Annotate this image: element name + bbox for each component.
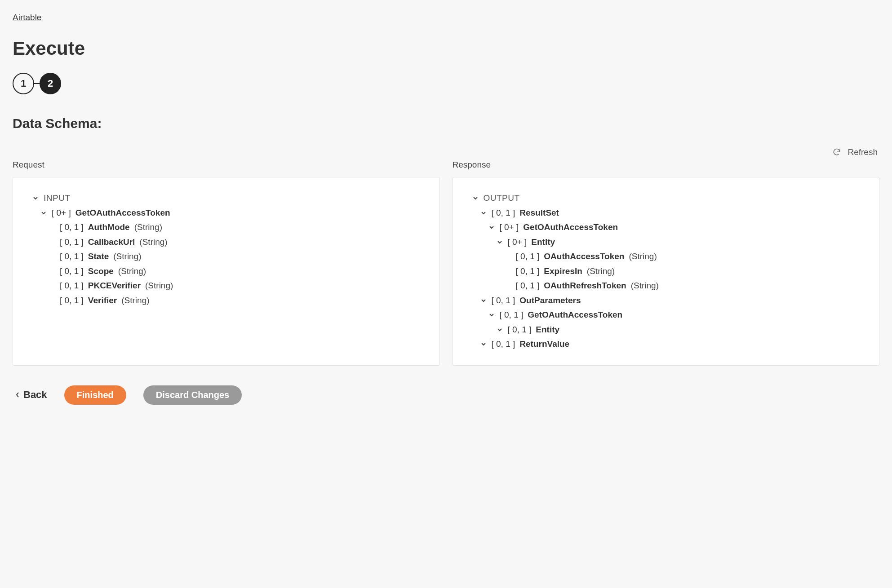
tree-root-input-label: INPUT (44, 192, 71, 205)
back-label: Back (23, 389, 47, 401)
response-panel: OUTPUT [ 0, 1 ] ResultSet [ 0+ ] GetOAut… (453, 177, 880, 366)
tree-leaf-card: [ 0, 1 ] (516, 265, 540, 278)
tree-node-name: Entity (531, 236, 555, 249)
tree-leaf-name: OAuthRefreshToken (544, 279, 626, 292)
refresh-button[interactable]: Refresh (832, 147, 878, 157)
back-link[interactable]: Back (15, 389, 47, 401)
tree-node-name: ResultSet (519, 207, 559, 220)
tree-leaf-callbackurl[interactable]: [ 0, 1 ] CallbackUrl (String) (32, 236, 428, 249)
tree-leaf-type: (String) (139, 236, 167, 249)
tree-leaf-card: [ 0, 1 ] (60, 236, 84, 249)
tree-node-name: ReturnValue (519, 338, 569, 351)
tree-leaf-name: CallbackUrl (88, 236, 135, 249)
tree-leaf-pkceverifier[interactable]: [ 0, 1 ] PKCEVerifier (String) (32, 279, 428, 292)
tree-leaf-name: ExpiresIn (544, 265, 582, 278)
tree-node-card: [ 0, 1 ] (500, 309, 524, 322)
tree-leaf-type: (String) (631, 279, 659, 292)
tree-leaf-card: [ 0, 1 ] (516, 250, 540, 263)
tree-node-outparameters[interactable]: [ 0, 1 ] OutParameters (472, 294, 868, 307)
tree-leaf-name: OAuthAccessToken (544, 250, 624, 263)
stepper: 1 2 (13, 73, 879, 94)
chevron-left-icon (15, 392, 20, 398)
request-label: Request (13, 160, 440, 170)
tree-root-output-label: OUTPUT (484, 192, 520, 205)
tree-leaf-card: [ 0, 1 ] (60, 294, 84, 307)
tree-node-name: GetOAuthAccessToken (528, 309, 622, 322)
tree-node-name: GetOAuthAccessToken (523, 221, 618, 234)
chevron-down-icon (472, 195, 479, 202)
tree-leaf-oauthrefreshtoken[interactable]: [ 0, 1 ] OAuthRefreshToken (String) (472, 279, 868, 292)
breadcrumb-airtable[interactable]: Airtable (13, 13, 41, 22)
chevron-down-icon (480, 297, 487, 304)
refresh-icon (832, 148, 841, 157)
tree-leaf-type: (String) (118, 265, 146, 278)
tree-root-input[interactable]: INPUT (32, 192, 428, 205)
step-2[interactable]: 2 (40, 73, 61, 94)
tree-node-card: [ 0, 1 ] (492, 294, 515, 307)
chevron-down-icon (488, 224, 495, 231)
tree-leaf-name: Scope (88, 265, 114, 278)
tree-node-getoauthaccesstoken[interactable]: [ 0+ ] GetOAuthAccessToken (32, 207, 428, 220)
tree-leaf-scope[interactable]: [ 0, 1 ] Scope (String) (32, 265, 428, 278)
tree-node-card: [ 0, 1 ] (508, 323, 532, 336)
tree-leaf-state[interactable]: [ 0, 1 ] State (String) (32, 250, 428, 263)
tree-node-card: [ 0, 1 ] (492, 207, 515, 220)
tree-leaf-card: [ 0, 1 ] (60, 250, 84, 263)
tree-leaf-name: PKCEVerifier (88, 279, 141, 292)
step-connector (34, 83, 40, 84)
chevron-down-icon (40, 209, 47, 217)
tree-node-returnvalue[interactable]: [ 0, 1 ] ReturnValue (472, 338, 868, 351)
chevron-down-icon (496, 326, 503, 333)
tree-leaf-card: [ 0, 1 ] (60, 279, 84, 292)
tree-leaf-verifier[interactable]: [ 0, 1 ] Verifier (String) (32, 294, 428, 307)
step-1[interactable]: 1 (13, 73, 34, 94)
chevron-down-icon (480, 340, 487, 348)
chevron-down-icon (496, 239, 503, 246)
tree-leaf-authmode[interactable]: [ 0, 1 ] AuthMode (String) (32, 221, 428, 234)
tree-leaf-type: (String) (587, 265, 615, 278)
tree-node-entity[interactable]: [ 0+ ] Entity (472, 236, 868, 249)
tree-node-name: OutParameters (519, 294, 581, 307)
tree-leaf-card: [ 0, 1 ] (516, 279, 540, 292)
tree-node-card: [ 0+ ] (500, 221, 519, 234)
refresh-label: Refresh (848, 147, 878, 157)
tree-node-rs-getoauthaccesstoken[interactable]: [ 0+ ] GetOAuthAccessToken (472, 221, 868, 234)
tree-leaf-card: [ 0, 1 ] (60, 265, 84, 278)
tree-leaf-name: Verifier (88, 294, 117, 307)
tree-leaf-name: State (88, 250, 109, 263)
discard-button[interactable]: Discard Changes (143, 385, 242, 405)
tree-leaf-type: (String) (629, 250, 657, 263)
tree-leaf-type: (String) (113, 250, 141, 263)
tree-leaf-name: AuthMode (88, 221, 130, 234)
tree-node-card: [ 0+ ] (508, 236, 527, 249)
page-title: Execute (13, 38, 879, 59)
response-label: Response (453, 160, 880, 170)
tree-node-name: Entity (536, 323, 559, 336)
section-heading: Data Schema: (13, 116, 879, 131)
tree-leaf-type: (String) (145, 279, 173, 292)
tree-leaf-type: (String) (134, 221, 162, 234)
tree-node-name: GetOAuthAccessToken (75, 207, 170, 220)
request-panel: INPUT [ 0+ ] GetOAuthAccessToken [ 0, 1 … (13, 177, 440, 366)
tree-leaf-card: [ 0, 1 ] (60, 221, 84, 234)
tree-node-op-getoauthaccesstoken[interactable]: [ 0, 1 ] GetOAuthAccessToken (472, 309, 868, 322)
tree-node-card: [ 0, 1 ] (492, 338, 515, 351)
tree-root-output[interactable]: OUTPUT (472, 192, 868, 205)
chevron-down-icon (488, 311, 495, 318)
tree-leaf-expiresin[interactable]: [ 0, 1 ] ExpiresIn (String) (472, 265, 868, 278)
tree-node-card: [ 0+ ] (52, 207, 71, 220)
chevron-down-icon (32, 195, 39, 202)
finished-button[interactable]: Finished (64, 385, 126, 405)
tree-node-op-entity[interactable]: [ 0, 1 ] Entity (472, 323, 868, 336)
tree-node-resultset[interactable]: [ 0, 1 ] ResultSet (472, 207, 868, 220)
chevron-down-icon (480, 209, 487, 217)
tree-leaf-type: (String) (121, 294, 149, 307)
tree-leaf-oauthaccesstoken[interactable]: [ 0, 1 ] OAuthAccessToken (String) (472, 250, 868, 263)
